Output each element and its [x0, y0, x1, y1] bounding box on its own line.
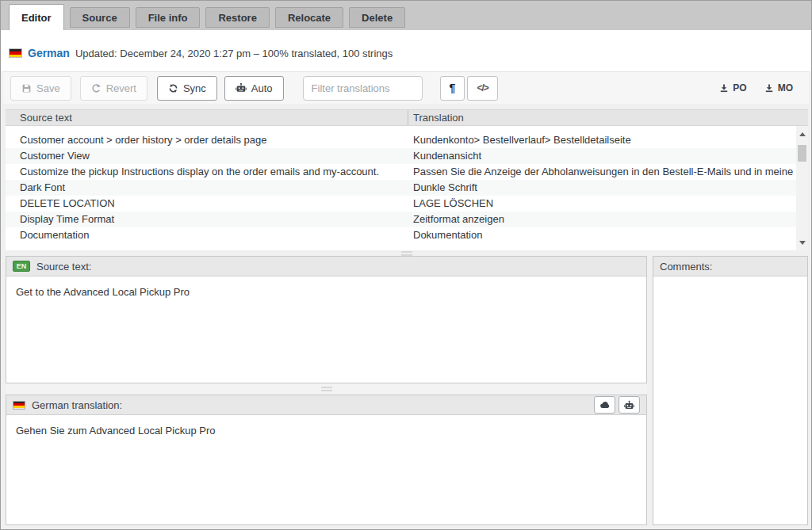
- en-language-badge: EN: [13, 261, 30, 272]
- german-panel-header: German translation:: [6, 395, 646, 415]
- comments-panel-header: Comments:: [653, 257, 807, 276]
- row-translation-text: Dokumentation: [413, 227, 793, 243]
- comments-panel: Comments:: [653, 256, 808, 525]
- grip-icon: [401, 251, 412, 255]
- loco-translate-editor: Editor Source File info Restore Relocate…: [0, 0, 812, 530]
- download-icon: [764, 83, 774, 93]
- row-source-text: Customer View: [20, 148, 405, 164]
- table-row[interactable]: Dark FontDunkle Schrift: [6, 180, 796, 196]
- save-button[interactable]: Save: [10, 76, 71, 101]
- download-po-button[interactable]: PO: [719, 82, 746, 93]
- tab-bar: Editor Source File info Restore Relocate…: [1, 1, 811, 30]
- row-source-text: Documentation: [20, 227, 405, 243]
- tab-source[interactable]: Source: [70, 7, 130, 28]
- german-translation-content[interactable]: Gehen Sie zum Advanced Local Pickup Pro: [6, 415, 646, 446]
- sync-button[interactable]: Sync: [157, 76, 217, 101]
- floppy-icon: [21, 83, 32, 93]
- row-translation-text: Kundenkonto> Bestellverlauf> Bestelldeta…: [413, 132, 793, 148]
- translation-table-body: Customer account > order history > order…: [6, 126, 796, 250]
- german-flag-icon: [13, 401, 25, 410]
- table-splitter[interactable]: [6, 250, 808, 256]
- source-panel: EN Source text: Get to the Advanced Loca…: [6, 256, 647, 383]
- revert-button[interactable]: Revert: [80, 76, 147, 101]
- row-translation-text: Kundenansicht: [413, 148, 793, 164]
- row-source-text: Customize the pickup Instructions displa…: [20, 164, 405, 180]
- table-scrollbar[interactable]: [796, 126, 808, 250]
- undo-icon: [91, 83, 102, 93]
- tab-restore[interactable]: Restore: [205, 7, 269, 28]
- source-panel-title: Source text:: [36, 261, 91, 273]
- robot-icon: [236, 82, 247, 93]
- table-row[interactable]: Customer ViewKundenansicht: [6, 148, 796, 164]
- tab-delete[interactable]: Delete: [349, 7, 405, 28]
- table-row[interactable]: Customer account > order history > order…: [6, 132, 796, 148]
- source-text-content: Get to the Advanced Local Pickup Pro: [6, 276, 646, 307]
- row-source-text: DELETE LOCATION: [20, 196, 405, 212]
- source-panel-header: EN Source text:: [6, 257, 646, 276]
- table-row[interactable]: Display Time FormatZeitformat anzeigen: [6, 212, 796, 227]
- comments-content[interactable]: [653, 276, 807, 296]
- table-header: Source text Translation: [6, 109, 808, 126]
- table-row[interactable]: DELETE LOCATIONLAGE LÖSCHEN: [6, 196, 796, 212]
- robot-icon: [624, 400, 634, 410]
- german-translation-panel: German translation: Gehen Sie zum Advanc…: [6, 395, 647, 525]
- scroll-up-button[interactable]: [796, 128, 808, 140]
- cloud-icon: [599, 399, 611, 410]
- comments-panel-title: Comments:: [660, 261, 712, 273]
- code-icon: </>: [477, 82, 488, 93]
- row-translation-text: LAGE LÖSCHEN: [413, 196, 793, 212]
- download-icon: [719, 83, 729, 93]
- column-header-source: Source text: [20, 112, 72, 124]
- grip-icon: [321, 387, 332, 391]
- tab-file-info[interactable]: File info: [136, 7, 201, 28]
- arrow-down-icon: [799, 241, 806, 245]
- auto-button[interactable]: Auto: [224, 76, 284, 101]
- tab-relocate[interactable]: Relocate: [275, 7, 343, 28]
- row-translation-text: Passen Sie die Anzeige der Abholanweisun…: [413, 164, 793, 180]
- scroll-down-button[interactable]: [796, 236, 808, 249]
- tab-editor[interactable]: Editor: [9, 4, 64, 30]
- row-source-text: Display Time Format: [20, 212, 405, 227]
- row-translation-text: Dunkle Schrift: [413, 180, 793, 196]
- column-divider[interactable]: [408, 110, 408, 125]
- row-source-text: Dark Font: [20, 180, 405, 196]
- row-translation-text: Zeitformat anzeigen: [413, 212, 793, 227]
- table-row[interactable]: Customize the pickup Instructions displa…: [6, 164, 796, 180]
- pilcrow-icon: ¶: [450, 82, 456, 94]
- download-mo-button[interactable]: MO: [764, 82, 793, 93]
- filter-input[interactable]: [303, 76, 423, 101]
- cloud-translate-button[interactable]: [594, 396, 615, 414]
- scroll-thumb[interactable]: [798, 145, 806, 162]
- table-row[interactable]: DocumentationDokumentation: [6, 227, 796, 243]
- pilcrow-toggle-button[interactable]: ¶: [440, 76, 465, 101]
- row-source-text: Customer account > order history > order…: [20, 132, 405, 148]
- german-flag-icon: [9, 48, 22, 58]
- arrow-up-icon: [799, 132, 806, 136]
- language-meta: Updated: December 24, 2020 1:27 pm – 100…: [75, 48, 393, 59]
- language-link[interactable]: German: [28, 47, 70, 59]
- title-band: German Updated: December 24, 2020 1:27 p…: [1, 30, 811, 71]
- auto-translate-button[interactable]: [619, 396, 640, 414]
- code-view-toggle-button[interactable]: </>: [467, 76, 497, 101]
- editor-splitter[interactable]: [6, 383, 647, 395]
- column-header-translation: Translation: [413, 112, 464, 124]
- sync-icon: [168, 83, 178, 93]
- editor-toolbar: Save Revert Sync Auto ¶ </> P: [3, 71, 809, 104]
- german-panel-title: German translation:: [32, 399, 122, 411]
